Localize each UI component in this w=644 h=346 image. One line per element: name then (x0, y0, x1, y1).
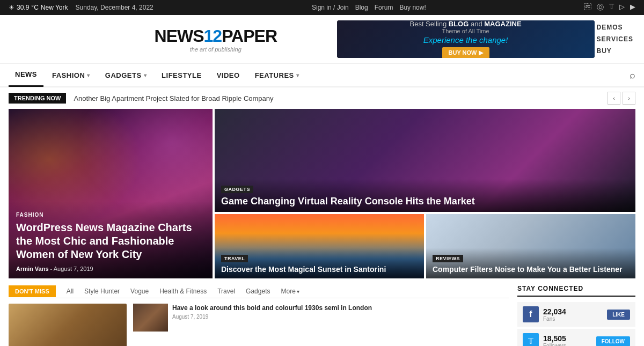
search-button[interactable]: ⌕ (630, 70, 635, 81)
tab-all[interactable]: All (61, 285, 79, 298)
tab-more[interactable]: More ▾ (275, 285, 304, 298)
side-article-grid: GADGETS Game Changing Virtual Reality Co… (215, 109, 635, 278)
tab-vogue[interactable]: Vogue (125, 285, 154, 298)
dont-miss-badge: DON'T MISS (9, 285, 56, 297)
facebook-like-button[interactable]: LIKE (607, 310, 630, 320)
bottom-articles: TRAVEL Discover the Most Magical Sunset … (215, 214, 635, 278)
twitter-icon: 𝕋 (523, 333, 539, 346)
facebook-icon[interactable]:  (584, 3, 591, 12)
chevron-down-icon: ▾ (296, 72, 299, 78)
vr-article[interactable]: GADGETS Game Changing Virtual Reality Co… (215, 109, 635, 212)
chevron-down-icon: ▾ (297, 289, 299, 295)
buynow-link[interactable]: Buy now! (399, 4, 426, 11)
blog-link[interactable]: Blog (355, 4, 368, 11)
santorini-article[interactable]: TRAVEL Discover the Most Magical Sunset … (215, 214, 424, 278)
buy-link[interactable]: BUY (595, 46, 635, 56)
santorini-overlay: TRAVEL Discover the Most Magical Sunset … (215, 248, 424, 278)
top-bar: ☀ 30.9 °C New York Sunday, December 4, 2… (0, 0, 644, 15)
tw-left: 𝕋 18,505 Followers (523, 333, 566, 346)
demos-link[interactable]: DEMOS (595, 23, 635, 32)
main-nav: NEWS FASHION ▾ GADGETS ▾ LIFESTYLE VIDEO… (0, 64, 644, 87)
dont-miss-list: Have a look around this bold and colourf… (9, 304, 509, 346)
services-link[interactable]: SERVICES (595, 34, 635, 44)
ad-content: Best Selling BLOG and MAGAZINE Theme of … (409, 20, 521, 58)
fb-label: Fans (543, 316, 566, 322)
fb-stats: 22,034 Fans (543, 307, 566, 322)
nav-item-lifestyle[interactable]: LIFESTYLE (155, 63, 208, 87)
ad-line2: Theme of All Time (409, 28, 521, 34)
ad-line1: Best Selling BLOG and MAGAZINE (409, 20, 521, 28)
ad-banner[interactable]: Best Selling BLOG and MAGAZINE Theme of … (337, 20, 595, 58)
fb-count: 22,034 (543, 307, 566, 316)
nav-item-news[interactable]: NEWS (9, 63, 43, 87)
tab-gadgets[interactable]: Gadgets (240, 285, 275, 298)
tab-travel[interactable]: Travel (212, 285, 240, 298)
degree-unit: °C (31, 4, 38, 11)
dont-miss-big-image[interactable] (9, 304, 127, 346)
main-article-grid: FASHION WordPress News Magazine Charts t… (0, 109, 644, 285)
temperature: 30.9 (17, 4, 29, 11)
social-icons:  ⓒ 𝕋 ▷ ▶ (584, 3, 635, 12)
twitter-widget: 𝕋 18,505 Followers FOLLOW (517, 329, 635, 346)
trending-nav: ‹ › (608, 92, 635, 105)
nav-item-video[interactable]: VIDEO (210, 63, 246, 87)
article-thumbnail (133, 304, 168, 332)
logo[interactable]: NEWS12PAPER the art of publishing (94, 26, 337, 53)
ad-buy-btn[interactable]: BUY NOW ▶ (442, 47, 489, 58)
feature-overlay: FASHION WordPress News Magazine Charts t… (9, 201, 213, 278)
weather-widget: ☀ 30.9 °C New York (9, 4, 68, 11)
feature-article[interactable]: FASHION WordPress News Magazine Charts t… (9, 109, 213, 278)
logo-num: 12 (204, 26, 222, 46)
santorini-category: TRAVEL (221, 255, 248, 262)
bottom-section: DON'T MISS All Style Hunter Vogue Health… (0, 285, 644, 346)
tw-count: 18,505 (543, 334, 566, 343)
location: New York (41, 4, 68, 11)
facebook-icon: f (523, 306, 539, 322)
chevron-down-icon: ▾ (144, 72, 147, 78)
signin-link[interactable]: Sign in / Join (312, 4, 349, 11)
feature-author: Armin Vans (16, 266, 49, 272)
vr-category: GADGETS (221, 186, 253, 193)
youtube-icon[interactable]: ▶ (630, 3, 635, 12)
computer-article[interactable]: REVIEWS Computer Filters Noise to Make Y… (426, 214, 635, 278)
twitter-icon[interactable]: 𝕋 (609, 3, 614, 12)
logo-text: NEWS12PAPER (94, 26, 337, 46)
dont-miss-article-1[interactable]: Have a look around this bold and colourf… (133, 304, 372, 346)
instagram-icon[interactable]: ⓒ (597, 3, 604, 12)
weather-icon: ☀ (9, 4, 14, 11)
nav-item-features[interactable]: FEATURES ▾ (248, 63, 306, 87)
tab-health-fitness[interactable]: Health & Fitness (154, 285, 212, 298)
vr-title: Game Changing Virtual Reality Console Hi… (221, 195, 629, 208)
feature-date: August 7, 2019 (54, 266, 93, 272)
vimeo-icon[interactable]: ▷ (619, 3, 625, 12)
trending-prev-btn[interactable]: ‹ (608, 92, 620, 105)
nav-item-fashion[interactable]: FASHION ▾ (46, 63, 97, 87)
article-title: Have a look around this bold and colourf… (172, 304, 372, 312)
fb-left: f 22,034 Fans (523, 306, 566, 322)
santorini-title: Discover the Most Magical Sunset in Sant… (221, 264, 418, 274)
twitter-follow-button[interactable]: FOLLOW (596, 336, 630, 347)
nav-item-gadgets[interactable]: GADGETS ▾ (99, 63, 153, 87)
site-header: NEWS12PAPER the art of publishing Best S… (0, 15, 644, 64)
tab-style-hunter[interactable]: Style Hunter (79, 285, 125, 298)
nav-label-video: VIDEO (217, 71, 240, 79)
trending-next-btn[interactable]: › (623, 92, 635, 105)
forum-link[interactable]: Forum (375, 4, 393, 11)
feature-meta: Armin Vans - August 7, 2019 (16, 266, 205, 272)
nav-label-lifestyle: LIFESTYLE (162, 71, 202, 79)
top-bar-links[interactable]: Sign in / Join Blog Forum Buy now! (312, 4, 426, 11)
nav-label-news: NEWS (15, 70, 37, 78)
feature-title: WordPress News Magazine Charts the Most … (16, 221, 205, 261)
computer-category: REVIEWS (433, 255, 463, 262)
dont-miss-tabs: DON'T MISS All Style Hunter Vogue Health… (9, 285, 509, 298)
logo-part1: NEWS (155, 26, 204, 46)
chevron-down-icon: ▾ (87, 72, 90, 78)
ad-line3: Experience the change! (409, 35, 521, 45)
trending-bar: TRENDING NOW Another Big Apartment Proje… (0, 87, 644, 109)
stay-connected-section: STAY CONNECTED f 22,034 Fans LIKE 𝕋 18,5… (517, 285, 635, 346)
header-side-menu: DEMOS SERVICES BUY (595, 23, 635, 56)
nav-label-features: FEATURES (255, 71, 294, 79)
logo-tagline: the art of publishing (94, 46, 337, 53)
logo-part2: PAPER (222, 26, 277, 46)
feature-category: FASHION (16, 212, 43, 218)
